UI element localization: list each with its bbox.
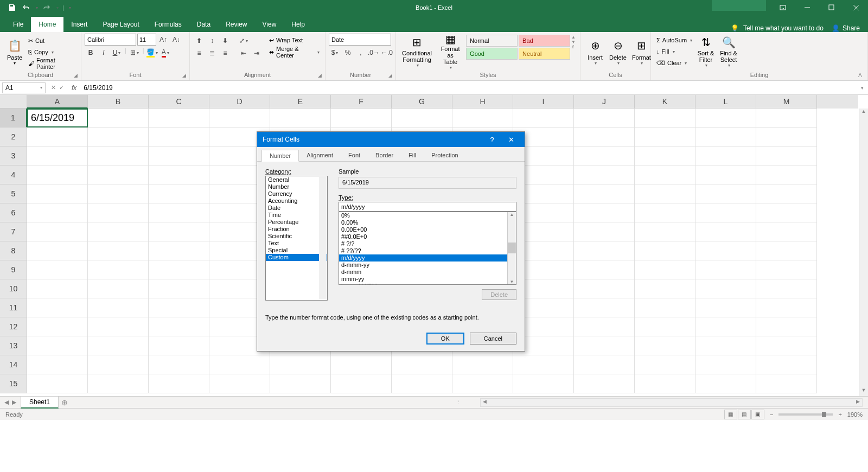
- type-list[interactable]: 0%0.00%0.00E+00##0.0E+0# ?/?# ??/??m/d/y…: [339, 212, 516, 285]
- category-item[interactable]: Time: [266, 212, 327, 219]
- type-item[interactable]: 0%: [339, 212, 516, 219]
- dialog-tab-protection[interactable]: Protection: [424, 150, 466, 161]
- type-item[interactable]: m/d/yyyy: [339, 254, 516, 261]
- type-item[interactable]: # ??/??: [339, 247, 516, 254]
- sample-value: 6/15/2019: [339, 177, 516, 189]
- type-item[interactable]: 0.00E+00: [339, 226, 516, 233]
- category-item[interactable]: Scientific: [266, 233, 327, 240]
- type-item[interactable]: h:mm AM/PM: [339, 283, 516, 285]
- category-item[interactable]: Fraction: [266, 226, 327, 233]
- ok-button[interactable]: OK: [426, 333, 464, 345]
- format-cells-dialog: Format Cells ? ✕ NumberAlignmentFontBord…: [257, 131, 525, 352]
- delete-format-button[interactable]: Delete: [482, 289, 516, 300]
- dialog-tab-number[interactable]: Number: [261, 150, 299, 162]
- type-item[interactable]: d-mmm: [339, 269, 516, 276]
- type-item[interactable]: 0.00%: [339, 219, 516, 226]
- category-item[interactable]: Number: [266, 183, 327, 190]
- category-item[interactable]: General: [266, 176, 327, 183]
- category-item[interactable]: Special: [266, 247, 327, 254]
- cancel-button[interactable]: Cancel: [470, 333, 516, 345]
- dialog-hint: Type the number format code, using one o…: [265, 314, 516, 321]
- category-item[interactable]: Currency: [266, 190, 327, 197]
- dialog-help-icon[interactable]: ?: [484, 136, 500, 144]
- type-item[interactable]: d-mmm-yy: [339, 261, 516, 269]
- dialog-tab-alignment[interactable]: Alignment: [299, 150, 341, 161]
- category-item[interactable]: Text: [266, 240, 327, 247]
- dialog-tabs: NumberAlignmentFontBorderFillProtection: [257, 147, 525, 162]
- category-item[interactable]: Accounting: [266, 197, 327, 205]
- type-list-scrollbar[interactable]: ▲▼: [507, 212, 516, 284]
- type-input[interactable]: [339, 202, 516, 212]
- dialog-tab-border[interactable]: Border: [368, 150, 401, 161]
- type-item[interactable]: ##0.0E+0: [339, 233, 516, 240]
- category-list[interactable]: GeneralNumberCurrencyAccountingDateTimeP…: [265, 176, 328, 301]
- dialog-tab-fill[interactable]: Fill: [401, 150, 424, 161]
- category-item[interactable]: Date: [266, 205, 327, 212]
- type-item[interactable]: # ?/?: [339, 240, 516, 247]
- sample-label: Sample: [339, 168, 516, 175]
- dialog-close-icon[interactable]: ✕: [503, 136, 519, 144]
- dialog-tab-font[interactable]: Font: [341, 150, 368, 161]
- dialog-title: Format Cells: [263, 136, 299, 143]
- category-item[interactable]: Custom: [266, 254, 327, 261]
- type-label: Type:: [339, 194, 516, 201]
- type-item[interactable]: mmm-yy: [339, 276, 516, 283]
- dialog-overlay: Format Cells ? ✕ NumberAlignmentFontBord…: [0, 0, 868, 472]
- category-label: Category:: [265, 168, 328, 175]
- category-item[interactable]: Percentage: [266, 219, 327, 226]
- dialog-title-bar[interactable]: Format Cells ? ✕: [257, 132, 525, 147]
